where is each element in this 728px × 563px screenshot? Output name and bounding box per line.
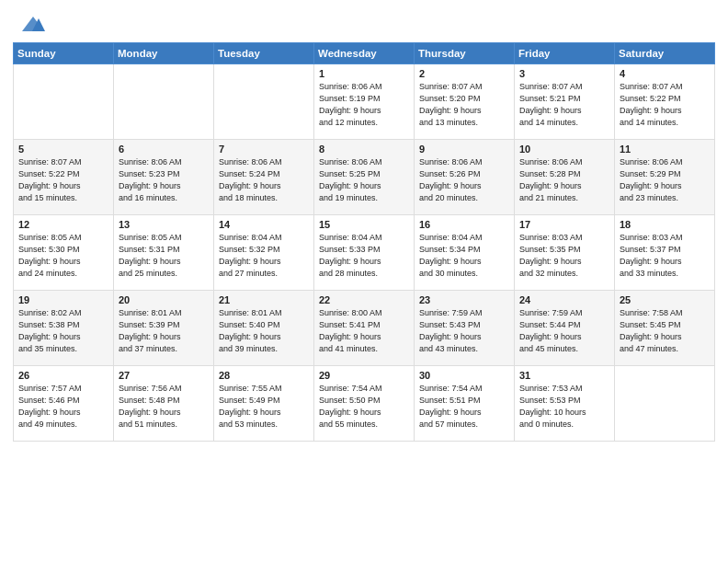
calendar-cell: 16Sunrise: 8:04 AM Sunset: 5:34 PM Dayli… [415,215,515,291]
day-info: Sunrise: 8:04 AM Sunset: 5:33 PM Dayligh… [319,232,409,280]
day-number: 1 [319,68,409,79]
calendar-cell: 1Sunrise: 8:06 AM Sunset: 5:19 PM Daylig… [314,64,415,140]
day-number: 15 [319,219,409,230]
day-number: 19 [18,294,108,305]
day-number: 3 [519,68,609,79]
day-number: 22 [319,294,409,305]
calendar-cell: 13Sunrise: 8:05 AM Sunset: 5:31 PM Dayli… [114,215,214,291]
calendar-table: SundayMondayTuesdayWednesdayThursdayFrid… [13,42,715,442]
calendar-cell: 21Sunrise: 8:01 AM Sunset: 5:40 PM Dayli… [214,291,314,366]
week-row-2: 5Sunrise: 8:07 AM Sunset: 5:22 PM Daylig… [14,140,715,215]
day-number: 7 [219,144,309,155]
week-row-4: 19Sunrise: 8:02 AM Sunset: 5:38 PM Dayli… [14,291,715,366]
weekday-header-saturday: Saturday [615,43,715,64]
weekday-header-row: SundayMondayTuesdayWednesdayThursdayFrid… [14,43,715,64]
calendar-cell [214,64,314,140]
day-info: Sunrise: 8:07 AM Sunset: 5:20 PM Dayligh… [419,81,509,129]
day-number: 13 [119,219,209,230]
day-number: 8 [319,144,409,155]
day-info: Sunrise: 7:53 AM Sunset: 5:53 PM Dayligh… [519,383,609,431]
logo-icon [20,15,46,35]
calendar-cell: 25Sunrise: 7:58 AM Sunset: 5:45 PM Dayli… [615,291,715,366]
day-number: 18 [620,219,710,230]
calendar-cell: 30Sunrise: 7:54 AM Sunset: 5:51 PM Dayli… [415,366,515,442]
weekday-header-thursday: Thursday [415,43,515,64]
calendar-cell: 6Sunrise: 8:06 AM Sunset: 5:23 PM Daylig… [114,140,214,215]
day-number: 24 [519,294,609,305]
weekday-header-tuesday: Tuesday [214,43,314,64]
day-info: Sunrise: 8:07 AM Sunset: 5:21 PM Dayligh… [519,81,609,129]
calendar-cell: 26Sunrise: 7:57 AM Sunset: 5:46 PM Dayli… [14,366,114,442]
day-number: 31 [519,370,609,381]
calendar-cell: 10Sunrise: 8:06 AM Sunset: 5:28 PM Dayli… [515,140,615,215]
calendar-cell: 11Sunrise: 8:06 AM Sunset: 5:29 PM Dayli… [615,140,715,215]
week-row-5: 26Sunrise: 7:57 AM Sunset: 5:46 PM Dayli… [14,366,715,442]
day-number: 29 [319,370,409,381]
calendar-cell: 18Sunrise: 8:03 AM Sunset: 5:37 PM Dayli… [615,215,715,291]
day-number: 14 [219,219,309,230]
day-info: Sunrise: 8:01 AM Sunset: 5:40 PM Dayligh… [219,307,309,355]
day-info: Sunrise: 7:54 AM Sunset: 5:51 PM Dayligh… [419,383,509,431]
day-info: Sunrise: 8:06 AM Sunset: 5:28 PM Dayligh… [519,156,609,204]
calendar-cell: 31Sunrise: 7:53 AM Sunset: 5:53 PM Dayli… [515,366,615,442]
calendar-cell: 8Sunrise: 8:06 AM Sunset: 5:25 PM Daylig… [314,140,415,215]
day-info: Sunrise: 8:06 AM Sunset: 5:26 PM Dayligh… [419,156,509,204]
day-number: 10 [519,144,609,155]
day-info: Sunrise: 8:05 AM Sunset: 5:31 PM Dayligh… [119,232,209,280]
week-row-1: 1Sunrise: 8:06 AM Sunset: 5:19 PM Daylig… [14,64,715,140]
day-number: 2 [419,68,509,79]
day-info: Sunrise: 8:06 AM Sunset: 5:25 PM Dayligh… [319,156,409,204]
day-info: Sunrise: 8:04 AM Sunset: 5:32 PM Dayligh… [219,232,309,280]
day-info: Sunrise: 8:06 AM Sunset: 5:24 PM Dayligh… [219,156,309,204]
page: SundayMondayTuesdayWednesdayThursdayFrid… [0,0,728,563]
calendar-cell: 15Sunrise: 8:04 AM Sunset: 5:33 PM Dayli… [314,215,415,291]
day-info: Sunrise: 8:00 AM Sunset: 5:41 PM Dayligh… [319,307,409,355]
day-info: Sunrise: 7:58 AM Sunset: 5:45 PM Dayligh… [620,307,710,355]
calendar-cell [14,64,114,140]
day-info: Sunrise: 8:01 AM Sunset: 5:39 PM Dayligh… [119,307,209,355]
calendar-cell: 5Sunrise: 8:07 AM Sunset: 5:22 PM Daylig… [14,140,114,215]
day-number: 26 [18,370,108,381]
day-info: Sunrise: 8:07 AM Sunset: 5:22 PM Dayligh… [18,156,108,204]
calendar-cell: 7Sunrise: 8:06 AM Sunset: 5:24 PM Daylig… [214,140,314,215]
day-info: Sunrise: 7:59 AM Sunset: 5:44 PM Dayligh… [519,307,609,355]
day-info: Sunrise: 8:06 AM Sunset: 5:19 PM Dayligh… [319,81,409,129]
calendar-cell: 14Sunrise: 8:04 AM Sunset: 5:32 PM Dayli… [214,215,314,291]
day-number: 12 [18,219,108,230]
calendar-cell: 29Sunrise: 7:54 AM Sunset: 5:50 PM Dayli… [314,366,415,442]
calendar-cell: 20Sunrise: 8:01 AM Sunset: 5:39 PM Dayli… [114,291,214,366]
day-number: 27 [119,370,209,381]
day-info: Sunrise: 8:05 AM Sunset: 5:30 PM Dayligh… [18,232,108,280]
calendar-cell: 4Sunrise: 8:07 AM Sunset: 5:22 PM Daylig… [615,64,715,140]
day-info: Sunrise: 7:57 AM Sunset: 5:46 PM Dayligh… [18,383,108,431]
calendar-cell: 19Sunrise: 8:02 AM Sunset: 5:38 PM Dayli… [14,291,114,366]
calendar-cell [615,366,715,442]
day-number: 4 [620,68,710,79]
calendar-cell: 12Sunrise: 8:05 AM Sunset: 5:30 PM Dayli… [14,215,114,291]
day-number: 17 [519,219,609,230]
calendar-cell: 22Sunrise: 8:00 AM Sunset: 5:41 PM Dayli… [314,291,415,366]
calendar-cell: 27Sunrise: 7:56 AM Sunset: 5:48 PM Dayli… [114,366,214,442]
day-number: 28 [219,370,309,381]
day-number: 25 [620,294,710,305]
header [0,0,728,39]
week-row-3: 12Sunrise: 8:05 AM Sunset: 5:30 PM Dayli… [14,215,715,291]
day-number: 30 [419,370,509,381]
calendar-cell: 9Sunrise: 8:06 AM Sunset: 5:26 PM Daylig… [415,140,515,215]
logo [18,15,46,31]
day-number: 5 [18,144,108,155]
day-info: Sunrise: 8:07 AM Sunset: 5:22 PM Dayligh… [620,81,710,129]
day-info: Sunrise: 8:04 AM Sunset: 5:34 PM Dayligh… [419,232,509,280]
calendar-cell: 3Sunrise: 8:07 AM Sunset: 5:21 PM Daylig… [515,64,615,140]
calendar-cell: 2Sunrise: 8:07 AM Sunset: 5:20 PM Daylig… [415,64,515,140]
calendar-cell [114,64,214,140]
day-info: Sunrise: 7:54 AM Sunset: 5:50 PM Dayligh… [319,383,409,431]
day-info: Sunrise: 8:06 AM Sunset: 5:29 PM Dayligh… [620,156,710,204]
day-number: 23 [419,294,509,305]
day-info: Sunrise: 8:03 AM Sunset: 5:35 PM Dayligh… [519,232,609,280]
day-info: Sunrise: 7:59 AM Sunset: 5:43 PM Dayligh… [419,307,509,355]
day-number: 16 [419,219,509,230]
calendar-cell: 24Sunrise: 7:59 AM Sunset: 5:44 PM Dayli… [515,291,615,366]
day-info: Sunrise: 7:55 AM Sunset: 5:49 PM Dayligh… [219,383,309,431]
day-info: Sunrise: 8:02 AM Sunset: 5:38 PM Dayligh… [18,307,108,355]
